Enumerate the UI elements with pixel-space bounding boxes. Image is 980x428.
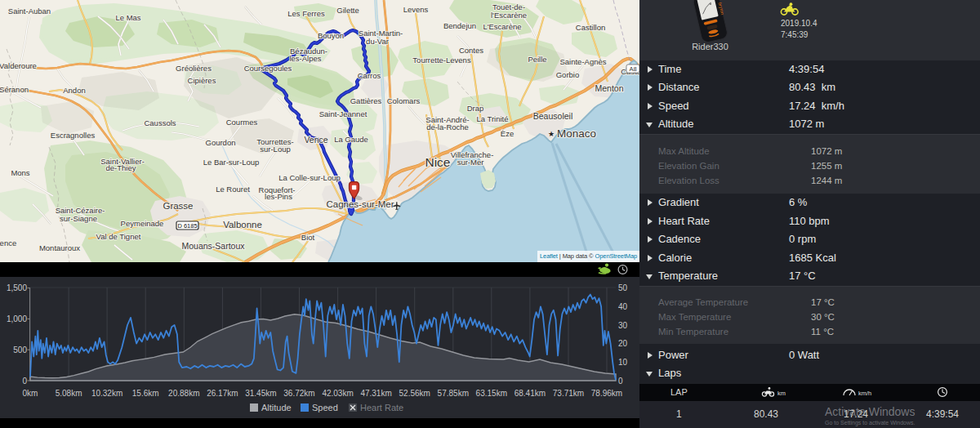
svg-text:0km: 0km xyxy=(23,389,38,398)
svg-text:Le Rouret: Le Rouret xyxy=(216,185,250,194)
svg-text:Mons: Mons xyxy=(11,168,29,177)
svg-text:l'Escarène: l'Escarène xyxy=(491,11,527,20)
svg-text:Carros: Carros xyxy=(358,71,381,80)
svg-text:Cipières: Cipières xyxy=(188,76,216,85)
svg-text:20: 20 xyxy=(618,339,628,348)
svg-text:Gorbio: Gorbio xyxy=(556,70,580,79)
svg-text:Le Mas: Le Mas xyxy=(115,13,140,22)
svg-text:73.71km: 73.71km xyxy=(553,389,584,398)
svg-text:Sainte-Agnès: Sainte-Agnès xyxy=(559,57,606,66)
svg-text:Bouyon: Bouyon xyxy=(318,31,344,40)
svg-text:5.08km: 5.08km xyxy=(56,389,82,398)
svg-text:Levens: Levens xyxy=(403,5,429,14)
svg-text:les-Pins: les-Pins xyxy=(265,192,292,201)
svg-text:40: 40 xyxy=(618,302,628,311)
svg-text:Vence: Vence xyxy=(304,135,327,145)
svg-text:Biot: Biot xyxy=(301,233,315,242)
svg-text:km: km xyxy=(777,390,786,397)
svg-text:★: ★ xyxy=(548,130,555,138)
svg-text:Nice: Nice xyxy=(425,155,450,169)
svg-text:57.85km: 57.85km xyxy=(438,389,469,398)
svg-text:Valbonne: Valbonne xyxy=(223,220,262,230)
svg-text:Menton: Menton xyxy=(595,83,623,93)
svg-text:Tourrette-Levens: Tourrette-Levens xyxy=(412,56,471,65)
svg-text:10: 10 xyxy=(618,358,628,367)
svg-text:La Gaude: La Gaude xyxy=(334,135,368,144)
svg-text:Séranon: Séranon xyxy=(0,85,29,94)
svg-text:La Trinité: La Trinité xyxy=(476,114,508,123)
svg-text:Monaco: Monaco xyxy=(557,127,596,140)
svg-text:26.17km: 26.17km xyxy=(207,389,238,398)
svg-text:Contes: Contes xyxy=(459,46,483,55)
svg-text:Cagnes-sur-Mer: Cagnes-sur-Mer xyxy=(326,199,394,209)
svg-text:Beausoleil: Beausoleil xyxy=(533,111,572,121)
svg-text:Drap: Drap xyxy=(467,104,484,113)
svg-text:Leaflet | Map data © OpenStree: Leaflet | Map data © OpenStreetMap xyxy=(540,252,637,260)
svg-text:Peymeinade: Peymeinade xyxy=(121,219,164,228)
svg-text:sur-Loup: sur-Loup xyxy=(260,145,291,154)
svg-text:0: 0 xyxy=(618,377,623,386)
svg-text:Peille: Peille xyxy=(528,55,546,64)
svg-text:78.96km: 78.96km xyxy=(591,389,622,398)
svg-text:500: 500 xyxy=(13,346,27,354)
svg-text:31.45km: 31.45km xyxy=(245,389,276,398)
svg-text:A8: A8 xyxy=(629,65,636,73)
svg-text:de-la-Roche: de-la-Roche xyxy=(426,123,469,132)
svg-text:Caussols: Caussols xyxy=(144,118,176,127)
svg-text:Saint-Jeannet: Saint-Jeannet xyxy=(319,109,368,118)
svg-text:La Colle-sur-Loup: La Colle-sur-Loup xyxy=(278,173,341,182)
svg-text:36.72km: 36.72km xyxy=(283,389,314,398)
svg-text:Escragnolles: Escragnolles xyxy=(51,131,96,140)
svg-text:1,500: 1,500 xyxy=(7,283,27,292)
svg-text:Andon: Andon xyxy=(63,86,85,95)
svg-text:Le Bar-sur-Loup: Le Bar-sur-Loup xyxy=(203,158,260,167)
svg-text:Gourdon: Gourdon xyxy=(206,138,236,147)
svg-text:Èze: Èze xyxy=(501,129,514,138)
svg-text:Gilette: Gilette xyxy=(336,6,359,15)
svg-text:D 6185: D 6185 xyxy=(177,222,197,230)
svg-text:Courmes: Courmes xyxy=(226,118,258,127)
svg-text:42.03km: 42.03km xyxy=(322,389,353,398)
svg-text:du-Var: du-Var xyxy=(366,37,389,46)
svg-text:Val de Tignet: Val de Tignet xyxy=(96,232,141,241)
svg-text:Gattières: Gattières xyxy=(350,96,382,105)
svg-text:Coursegoules: Coursegoules xyxy=(244,64,292,73)
svg-text:Castillon: Castillon xyxy=(576,23,605,32)
svg-text:km/h: km/h xyxy=(858,390,871,397)
svg-text:52.56km: 52.56km xyxy=(399,389,430,398)
svg-text:10.32km: 10.32km xyxy=(91,389,122,398)
svg-text:Altitude: Altitude xyxy=(261,403,292,412)
svg-text:30: 30 xyxy=(618,321,628,330)
svg-text:Heart Rate: Heart Rate xyxy=(360,403,403,412)
svg-text:Les Ferres: Les Ferres xyxy=(287,9,325,18)
svg-text:63.15km: 63.15km xyxy=(476,389,507,398)
svg-text:Grasse: Grasse xyxy=(163,201,193,211)
svg-text:Speed: Speed xyxy=(312,403,338,412)
svg-text:68.41km: 68.41km xyxy=(514,389,546,398)
svg-text:Montauroux: Montauroux xyxy=(39,243,80,252)
svg-text:de-Thiey: de-Thiey xyxy=(106,163,136,172)
svg-text:50: 50 xyxy=(618,283,628,292)
svg-text:Mouans-Sartoux: Mouans-Sartoux xyxy=(181,241,245,251)
svg-text:les-Alpes: les-Alpes xyxy=(289,54,321,63)
svg-text:L'Escarène: L'Escarène xyxy=(483,22,521,31)
svg-text:sur-Mer: sur-Mer xyxy=(457,158,484,167)
svg-text:Fayence: Fayence xyxy=(0,239,16,247)
svg-text:15.6km: 15.6km xyxy=(132,389,159,398)
svg-text:Valderoure: Valderoure xyxy=(0,61,37,70)
svg-text:0: 0 xyxy=(22,377,27,386)
svg-text:Saint-Auban: Saint-Auban xyxy=(8,7,51,16)
svg-text:Bendejun: Bendejun xyxy=(443,21,476,30)
svg-text:sur-Siagne: sur-Siagne xyxy=(60,214,97,223)
svg-text:20.88km: 20.88km xyxy=(168,389,199,398)
svg-text:Gréolières: Gréolières xyxy=(176,64,212,73)
svg-text:Colomars: Colomars xyxy=(387,96,421,105)
svg-text:47.31km: 47.31km xyxy=(360,389,391,398)
svg-text:1,000: 1,000 xyxy=(7,314,27,323)
